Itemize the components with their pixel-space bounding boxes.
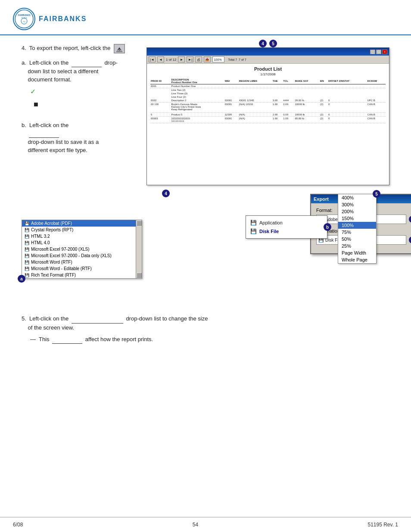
- print-btn[interactable]: 🖨: [195, 56, 202, 62]
- zoom-item-400[interactable]: 400%: [338, 194, 376, 201]
- scroll-up[interactable]: [137, 221, 142, 226]
- table-row: 00 100 Boyle's Famous MeatsKansas City's…: [150, 103, 386, 113]
- badge-a-dropdown: a: [18, 275, 25, 283]
- report-table: PROD ID DESCRIPTIONProduct Number One WE…: [150, 78, 386, 123]
- step-4-container: 4. To export the report, left-click the …: [22, 44, 389, 185]
- badge-5: 5: [269, 40, 277, 47]
- pl-titlebar: _ □ ×: [147, 48, 389, 56]
- logo-text: FAIRBANKS: [39, 15, 87, 23]
- dest-item-diskfile[interactable]: 💾 Disk File: [250, 227, 323, 236]
- logo-area: FAIRBANKS SCALE FS FAIRBANKS: [13, 8, 87, 30]
- nav-last[interactable]: ►|: [187, 56, 193, 62]
- footer-center: 54: [193, 522, 198, 528]
- minimize-btn[interactable]: _: [370, 50, 375, 54]
- zoom-item-wholepage[interactable]: Whole Page: [338, 256, 376, 263]
- zoom-item-300[interactable]: 300%: [338, 201, 376, 208]
- table-row: Line Four (2): [150, 95, 386, 99]
- zoom-item-75[interactable]: 75%: [338, 229, 376, 236]
- export-icon-box: [114, 44, 125, 53]
- badge-b-dest: b: [409, 236, 411, 243]
- svg-text:FAIRBANKS: FAIRBANKS: [18, 14, 31, 16]
- table-row: 0001 Product Number One: [150, 84, 386, 88]
- export-btn[interactable]: 📤: [204, 56, 211, 62]
- nav-next[interactable]: ►: [178, 56, 185, 62]
- total-label: Total 7: [228, 58, 237, 61]
- pl-toolbar: |◄ ◄ 1 of 12 ► ►| 🖨 📤 100% Total 7 7 of …: [147, 56, 389, 64]
- dest-item-application[interactable]: 💾 Application: [250, 218, 323, 227]
- report-date: 1/17/2008: [150, 72, 386, 76]
- zoom-item-150[interactable]: 150%: [338, 215, 376, 222]
- dropdown-item-rpt[interactable]: 💾 Crystal Reports (RPT): [22, 227, 142, 233]
- blank-b: [29, 137, 59, 138]
- step-5: 5. Left-click on the drop-down list to c…: [22, 314, 389, 344]
- disk-icon: 💾: [250, 228, 257, 234]
- blank-a: [72, 67, 102, 67]
- export-badge-4: 4: [162, 190, 170, 197]
- table-row: 0002 Description 2 0300143001 123453.00#…: [150, 99, 386, 103]
- step-4-text: 4. To export the report, left-click the …: [22, 44, 138, 185]
- zoom-item-100[interactable]: 100%: [338, 222, 376, 229]
- svg-rect-7: [116, 51, 122, 52]
- dropdown-item-pdf[interactable]: 💾 Adobe Acrobat (PDF): [22, 220, 142, 227]
- bullet: ■: [34, 100, 138, 108]
- page-header: FAIRBANKS SCALE FS FAIRBANKS: [0, 0, 411, 35]
- export-section: 4 Export ✕ Format: 💾 Adobe Acrobat (PDF)…: [22, 194, 389, 306]
- close-btn[interactable]: ×: [382, 50, 387, 54]
- blank-step5-sub: [52, 343, 82, 344]
- zoom-dropdown: 5 400% 300% 200% 150% 100% 75% 50% 25% P…: [338, 194, 377, 264]
- step-4-title: 4. To export the report, left-click the: [22, 44, 138, 53]
- dropdown-item-html32[interactable]: 💾 HTML 3.2: [22, 233, 142, 240]
- footer-right: 51195 Rev. 1: [368, 522, 399, 528]
- dropdown-item-xls97[interactable]: 💾 Microsoft Excel 97-2000 (XLS): [22, 246, 142, 252]
- product-list-area: 4 5 _ □ × |◄ ◄: [146, 44, 389, 185]
- dropdown-item-msword-edit[interactable]: 💾 Microsoft Word - Editable (RTF): [22, 265, 142, 272]
- zoom-item-pagewidth[interactable]: Page Width: [338, 249, 376, 256]
- report-title: Product List: [150, 66, 386, 72]
- sub-step-b: b. Left-click on the drop-down list to s…: [22, 121, 138, 155]
- table-row: 5 Product 5 12305(N/A)2.000.0010000 lb(2…: [150, 113, 386, 117]
- checkmark: ✓: [30, 87, 138, 97]
- zoom-item-200[interactable]: 200%: [338, 208, 376, 215]
- dropdown-scrollbar[interactable]: [136, 220, 142, 278]
- dropdown-item-rtf[interactable]: 💾 Rich Text Format (RTF): [22, 272, 142, 278]
- dropdown-item-msword[interactable]: 💾 Microsoft Word (RTF): [22, 259, 142, 265]
- table-row: 00003 3333333333333111111111 03001(N/A)1…: [150, 117, 386, 123]
- zoom-item-50[interactable]: 50%: [338, 236, 376, 243]
- page-footer: 6/08 54 51195 Rev. 1: [0, 517, 411, 532]
- nav-first[interactable]: |◄: [149, 56, 156, 62]
- badge-a-format: a: [409, 216, 411, 223]
- nav-prev[interactable]: ◄: [157, 56, 164, 62]
- zoom-item-25[interactable]: 25%: [338, 243, 376, 249]
- product-list-screenshot: _ □ × |◄ ◄ 1 of 12 ► ►| 🖨 📤 100%: [146, 47, 389, 185]
- footer-left: 6/08: [13, 522, 23, 528]
- svg-text:FS: FS: [23, 21, 25, 23]
- sub-step-a: a. Left-click on the drop- down list to …: [22, 59, 138, 108]
- pl-report-content: Product List 1/17/2008 PROD ID DESCRIPTI…: [147, 64, 389, 126]
- app-icon: 💾: [250, 220, 257, 226]
- scroll-down[interactable]: [137, 273, 142, 278]
- dropdown-item-html40[interactable]: 💾 HTML 4.0: [22, 240, 142, 246]
- maximize-btn[interactable]: □: [376, 50, 381, 54]
- badge-b-dest-popup: b: [324, 223, 331, 231]
- destination-popup: 💾 Application 💾 Disk File b: [246, 215, 327, 239]
- titlebar-controls: _ □ ×: [370, 50, 387, 54]
- page-info: 1 of 12: [166, 58, 176, 62]
- table-row: Line Two (2): [150, 88, 386, 92]
- blank-step5: [72, 323, 123, 324]
- main-content: 4. To export the report, left-click the …: [0, 35, 411, 352]
- page-label: 7 of 7: [239, 58, 246, 61]
- zoom-select[interactable]: 100%: [212, 56, 224, 62]
- badge-4: 4: [259, 40, 267, 47]
- top-badges: 4 5: [259, 40, 277, 47]
- dropdown-item-xls97data[interactable]: 💾 Microsoft Excel 97-2000 - Data only (X…: [22, 252, 142, 259]
- logo-circle: FAIRBANKS SCALE FS: [13, 8, 35, 30]
- svg-point-0: [15, 10, 33, 28]
- table-row: Line Three (3): [150, 92, 386, 95]
- dialog-title: Export: [314, 196, 329, 202]
- format-dropdown: 💾 Adobe Acrobat (PDF) 💾 Crystal Reports …: [22, 220, 142, 279]
- badge-5-zoom: 5: [373, 190, 380, 198]
